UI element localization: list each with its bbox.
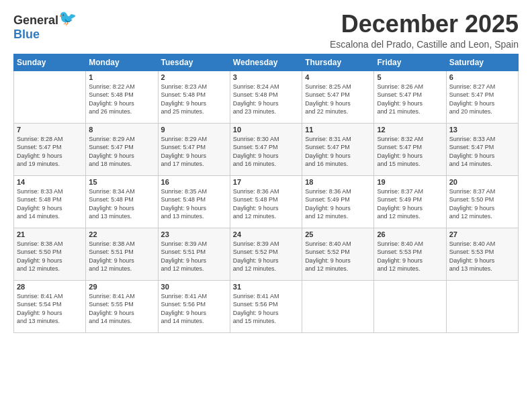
table-row: 26Sunrise: 8:40 AM Sunset: 5:53 PM Dayli… xyxy=(374,228,446,280)
table-row xyxy=(374,280,446,332)
day-number: 12 xyxy=(377,126,443,134)
day-info: Sunrise: 8:26 AM Sunset: 5:47 PM Dayligh… xyxy=(377,83,443,116)
table-row: 21Sunrise: 8:38 AM Sunset: 5:50 PM Dayli… xyxy=(14,228,86,280)
calendar-week-row: 1Sunrise: 8:22 AM Sunset: 5:48 PM Daylig… xyxy=(14,71,519,123)
table-row: 1Sunrise: 8:22 AM Sunset: 5:48 PM Daylig… xyxy=(86,71,158,123)
day-number: 2 xyxy=(161,73,227,81)
day-info: Sunrise: 8:36 AM Sunset: 5:48 PM Dayligh… xyxy=(233,187,299,221)
day-number: 1 xyxy=(89,73,154,81)
table-row: 15Sunrise: 8:34 AM Sunset: 5:48 PM Dayli… xyxy=(86,175,158,228)
day-number: 10 xyxy=(233,126,299,134)
day-number: 24 xyxy=(233,230,299,238)
day-info: Sunrise: 8:41 AM Sunset: 5:55 PM Dayligh… xyxy=(89,292,154,326)
col-thursday: Thursday xyxy=(302,54,374,71)
calendar-table: Sunday Monday Tuesday Wednesday Thursday… xyxy=(13,54,519,333)
day-number: 3 xyxy=(233,73,299,81)
day-info: Sunrise: 8:33 AM Sunset: 5:47 PM Dayligh… xyxy=(449,135,515,169)
day-info: Sunrise: 8:33 AM Sunset: 5:48 PM Dayligh… xyxy=(17,187,83,221)
day-number: 21 xyxy=(17,230,83,238)
table-row: 30Sunrise: 8:41 AM Sunset: 5:56 PM Dayli… xyxy=(158,280,230,332)
day-number: 20 xyxy=(449,178,515,186)
day-info: Sunrise: 8:28 AM Sunset: 5:47 PM Dayligh… xyxy=(17,135,83,169)
day-info: Sunrise: 8:41 AM Sunset: 5:54 PM Dayligh… xyxy=(17,292,83,326)
day-number: 6 xyxy=(449,73,515,81)
day-number: 8 xyxy=(89,126,154,134)
table-row: 20Sunrise: 8:37 AM Sunset: 5:50 PM Dayli… xyxy=(446,175,518,228)
day-info: Sunrise: 8:27 AM Sunset: 5:47 PM Dayligh… xyxy=(449,83,515,116)
table-row: 24Sunrise: 8:39 AM Sunset: 5:52 PM Dayli… xyxy=(230,228,302,280)
day-info: Sunrise: 8:40 AM Sunset: 5:53 PM Dayligh… xyxy=(449,240,515,273)
day-number: 7 xyxy=(17,126,83,134)
table-row: 25Sunrise: 8:40 AM Sunset: 5:52 PM Dayli… xyxy=(302,228,374,280)
table-row: 8Sunrise: 8:29 AM Sunset: 5:47 PM Daylig… xyxy=(86,123,158,175)
table-row: 13Sunrise: 8:33 AM Sunset: 5:47 PM Dayli… xyxy=(446,123,518,175)
table-row: 6Sunrise: 8:27 AM Sunset: 5:47 PM Daylig… xyxy=(446,71,518,123)
table-row: 28Sunrise: 8:41 AM Sunset: 5:54 PM Dayli… xyxy=(14,280,86,332)
title-area: December 2025 Escalona del Prado, Castil… xyxy=(330,11,519,50)
day-info: Sunrise: 8:39 AM Sunset: 5:52 PM Dayligh… xyxy=(233,240,299,273)
table-row: 10Sunrise: 8:30 AM Sunset: 5:47 PM Dayli… xyxy=(230,123,302,175)
day-number: 18 xyxy=(305,178,371,186)
day-number: 29 xyxy=(89,283,154,291)
day-number: 22 xyxy=(89,230,154,238)
logo: General🐦 Blue xyxy=(13,11,77,42)
day-info: Sunrise: 8:36 AM Sunset: 5:49 PM Dayligh… xyxy=(305,187,371,221)
day-number: 28 xyxy=(17,283,83,291)
day-info: Sunrise: 8:34 AM Sunset: 5:48 PM Dayligh… xyxy=(89,187,154,221)
day-number: 27 xyxy=(449,230,515,238)
day-number: 19 xyxy=(377,178,443,186)
table-row: 19Sunrise: 8:37 AM Sunset: 5:49 PM Dayli… xyxy=(374,175,446,228)
calendar-week-row: 14Sunrise: 8:33 AM Sunset: 5:48 PM Dayli… xyxy=(14,175,519,228)
day-info: Sunrise: 8:25 AM Sunset: 5:47 PM Dayligh… xyxy=(305,83,371,116)
logo-general-text: General xyxy=(13,13,58,27)
day-number: 23 xyxy=(161,230,227,238)
day-info: Sunrise: 8:40 AM Sunset: 5:52 PM Dayligh… xyxy=(305,240,371,273)
header-row: Sunday Monday Tuesday Wednesday Thursday… xyxy=(14,54,519,71)
day-info: Sunrise: 8:41 AM Sunset: 5:56 PM Dayligh… xyxy=(161,292,227,326)
day-info: Sunrise: 8:31 AM Sunset: 5:47 PM Dayligh… xyxy=(305,135,371,169)
day-info: Sunrise: 8:24 AM Sunset: 5:48 PM Dayligh… xyxy=(233,83,299,116)
day-info: Sunrise: 8:22 AM Sunset: 5:48 PM Dayligh… xyxy=(89,83,154,116)
table-row: 4Sunrise: 8:25 AM Sunset: 5:47 PM Daylig… xyxy=(302,71,374,123)
logo-bird-icon: 🐦 xyxy=(58,9,77,26)
day-number: 9 xyxy=(161,126,227,134)
table-row xyxy=(14,71,86,123)
day-number: 11 xyxy=(305,126,371,134)
day-info: Sunrise: 8:38 AM Sunset: 5:50 PM Dayligh… xyxy=(17,240,83,273)
day-number: 15 xyxy=(89,178,154,186)
table-row: 18Sunrise: 8:36 AM Sunset: 5:49 PM Dayli… xyxy=(302,175,374,228)
day-number: 13 xyxy=(449,126,515,134)
table-row xyxy=(302,280,374,332)
day-number: 17 xyxy=(233,178,299,186)
day-info: Sunrise: 8:37 AM Sunset: 5:49 PM Dayligh… xyxy=(377,187,443,221)
day-number: 25 xyxy=(305,230,371,238)
table-row: 7Sunrise: 8:28 AM Sunset: 5:47 PM Daylig… xyxy=(14,123,86,175)
day-info: Sunrise: 8:29 AM Sunset: 5:47 PM Dayligh… xyxy=(161,135,227,169)
day-info: Sunrise: 8:38 AM Sunset: 5:51 PM Dayligh… xyxy=(89,240,154,273)
calendar-page: General🐦 Blue December 2025 Escalona del… xyxy=(0,0,532,411)
col-saturday: Saturday xyxy=(446,54,518,71)
table-row: 3Sunrise: 8:24 AM Sunset: 5:48 PM Daylig… xyxy=(230,71,302,123)
col-tuesday: Tuesday xyxy=(158,54,230,71)
header: General🐦 Blue December 2025 Escalona del… xyxy=(13,11,519,50)
day-number: 26 xyxy=(377,230,443,238)
col-friday: Friday xyxy=(374,54,446,71)
table-row: 31Sunrise: 8:41 AM Sunset: 5:56 PM Dayli… xyxy=(230,280,302,332)
col-sunday: Sunday xyxy=(14,54,86,71)
table-row: 12Sunrise: 8:32 AM Sunset: 5:47 PM Dayli… xyxy=(374,123,446,175)
day-info: Sunrise: 8:23 AM Sunset: 5:48 PM Dayligh… xyxy=(161,83,227,116)
calendar-week-row: 21Sunrise: 8:38 AM Sunset: 5:50 PM Dayli… xyxy=(14,228,519,280)
col-monday: Monday xyxy=(86,54,158,71)
day-info: Sunrise: 8:40 AM Sunset: 5:53 PM Dayligh… xyxy=(377,240,443,273)
logo-blue-text: Blue xyxy=(13,28,40,42)
day-number: 30 xyxy=(161,283,227,291)
table-row: 22Sunrise: 8:38 AM Sunset: 5:51 PM Dayli… xyxy=(86,228,158,280)
table-row: 2Sunrise: 8:23 AM Sunset: 5:48 PM Daylig… xyxy=(158,71,230,123)
table-row: 27Sunrise: 8:40 AM Sunset: 5:53 PM Dayli… xyxy=(446,228,518,280)
day-info: Sunrise: 8:39 AM Sunset: 5:51 PM Dayligh… xyxy=(161,240,227,273)
col-wednesday: Wednesday xyxy=(230,54,302,71)
day-info: Sunrise: 8:30 AM Sunset: 5:47 PM Dayligh… xyxy=(233,135,299,169)
table-row: 23Sunrise: 8:39 AM Sunset: 5:51 PM Dayli… xyxy=(158,228,230,280)
day-number: 31 xyxy=(233,283,299,291)
day-number: 16 xyxy=(161,178,227,186)
